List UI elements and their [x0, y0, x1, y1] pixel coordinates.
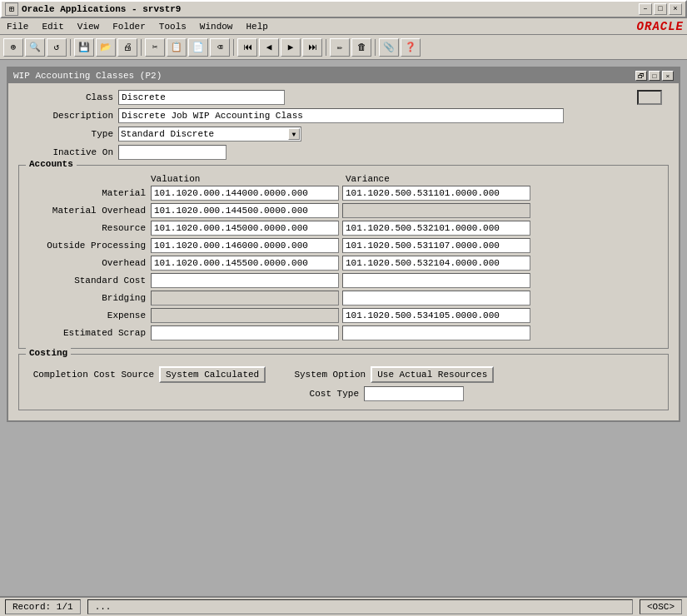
inner-title-bar: WIP Accounting Classes (P2) 🗗 □ × — [8, 68, 679, 83]
material-overhead-valuation-input[interactable] — [151, 203, 339, 218]
app-icon: ⊞ — [5, 2, 18, 16]
inner-close-btn[interactable]: × — [662, 71, 674, 81]
table-row: Expense — [26, 308, 661, 323]
menu-help[interactable]: Help — [242, 21, 271, 32]
cost-type-input[interactable] — [364, 386, 464, 401]
bridging-variance-input[interactable] — [342, 291, 530, 306]
table-row: Resource — [26, 221, 661, 236]
expense-variance-input[interactable] — [342, 308, 530, 323]
standard-cost-variance-input[interactable] — [342, 273, 530, 288]
inactive-checkbox[interactable] — [637, 90, 662, 105]
cost-type-row: Cost Type — [26, 386, 661, 401]
middle-status: ... — [87, 599, 633, 614]
resource-variance-input[interactable] — [342, 221, 530, 236]
inner-window-title: WIP Accounting Classes (P2) — [13, 71, 162, 81]
main-area: WIP Accounting Classes (P2) 🗗 □ × Class … — [0, 60, 687, 596]
valuation-header: Valuation — [151, 174, 342, 184]
outside-processing-variance-input[interactable] — [342, 238, 530, 253]
description-row: Description — [18, 108, 669, 123]
menu-edit[interactable]: Edit — [38, 21, 67, 32]
table-row: Bridging — [26, 291, 661, 306]
system-option-button[interactable]: Use Actual Resources — [371, 366, 494, 383]
overhead-valuation-input[interactable] — [151, 256, 339, 271]
standard-cost-valuation-input[interactable] — [151, 273, 339, 288]
material-variance-input[interactable] — [342, 186, 530, 201]
accounts-grid: Valuation Variance Material Material Ove… — [26, 174, 661, 340]
maximize-button[interactable]: □ — [654, 3, 667, 15]
class-row: Class — [18, 90, 669, 105]
menu-folder[interactable]: Folder — [109, 21, 149, 32]
bridging-valuation-input — [151, 291, 339, 306]
toolbar-sep-5 — [375, 39, 376, 56]
toolbar-btn-edit[interactable]: ✏ — [330, 38, 350, 57]
toolbar-btn-next[interactable]: ▶ — [281, 38, 301, 57]
accounts-section-title: Accounts — [26, 159, 77, 169]
toolbar-btn-cut[interactable]: ✂ — [145, 38, 165, 57]
toolbar-btn-new[interactable]: ⊕ — [3, 38, 23, 57]
toolbar-sep-1 — [70, 39, 71, 56]
toolbar-btn-first[interactable]: ⏮ — [237, 38, 257, 57]
inner-window: WIP Accounting Classes (P2) 🗗 □ × Class … — [7, 67, 680, 422]
toolbar-btn-paste[interactable]: 📄 — [188, 38, 208, 57]
inactive-on-input[interactable] — [118, 145, 227, 160]
completion-cost-source-label: Completion Cost Source — [26, 370, 159, 380]
toolbar-btn-help[interactable]: ❓ — [401, 38, 421, 57]
inner-restore-btn[interactable]: 🗗 — [635, 71, 647, 81]
toolbar-sep-2 — [141, 39, 142, 56]
menu-view[interactable]: View — [74, 21, 102, 32]
resource-label: Resource — [26, 223, 151, 233]
description-input[interactable] — [118, 108, 564, 123]
osc-status: <OSC> — [640, 599, 682, 614]
toolbar-btn-refresh[interactable]: ↺ — [47, 38, 67, 57]
type-label: Type — [18, 129, 118, 139]
oracle-logo: ORACLE — [637, 20, 684, 33]
toolbar-btn-save[interactable]: 💾 — [74, 38, 94, 57]
form-content: Class Description Type Standard Discrete… — [8, 83, 679, 420]
costing-row: Completion Cost Source System Calculated… — [26, 366, 661, 383]
menu-tools[interactable]: Tools — [156, 21, 190, 32]
type-select[interactable]: Standard Discrete — [118, 127, 301, 142]
menu-window[interactable]: Window — [197, 21, 236, 32]
inactive-on-label: Inactive On — [18, 147, 118, 157]
outside-processing-valuation-input[interactable] — [151, 238, 339, 253]
inactive-on-row: Inactive On — [18, 145, 669, 160]
close-button[interactable]: × — [669, 3, 682, 15]
toolbar-sep-4 — [326, 39, 326, 56]
costing-section-title: Costing — [26, 348, 71, 358]
toolbar-btn-copy[interactable]: 📋 — [167, 38, 187, 57]
toolbar-btn-prev[interactable]: ◀ — [259, 38, 279, 57]
minimize-button[interactable]: – — [639, 3, 652, 15]
resource-valuation-input[interactable] — [151, 221, 339, 236]
toolbar-btn-trash[interactable]: 🗑 — [351, 38, 371, 57]
material-valuation-input[interactable] — [151, 186, 339, 201]
bridging-label: Bridging — [26, 293, 151, 303]
toolbar-btn-find[interactable]: 🔍 — [25, 38, 45, 57]
menu-bar: File Edit View Folder Tools Window Help … — [0, 18, 687, 35]
overhead-variance-input[interactable] — [342, 256, 530, 271]
table-row: Standard Cost — [26, 273, 661, 288]
table-row: Overhead — [26, 256, 661, 271]
cost-type-label: Cost Type — [276, 389, 359, 399]
class-input[interactable] — [118, 90, 285, 105]
estimated-scrap-valuation-input[interactable] — [151, 325, 339, 340]
inner-maximize-btn[interactable]: □ — [649, 71, 660, 81]
title-bar: ⊞ Oracle Applications - srvstr9 – □ × — [0, 0, 687, 18]
material-label: Material — [26, 188, 151, 198]
overhead-label: Overhead — [26, 258, 151, 268]
table-row: Material — [26, 186, 661, 201]
expense-valuation-input — [151, 308, 339, 323]
toolbar-btn-delete[interactable]: ⌫ — [210, 38, 230, 57]
toolbar: ⊕ 🔍 ↺ 💾 📂 🖨 ✂ 📋 📄 ⌫ ⏮ ◀ ▶ ⏭ ✏ 🗑 📎 ❓ — [0, 35, 687, 60]
type-select-wrapper: Standard Discrete ▼ — [118, 127, 301, 142]
toolbar-btn-open[interactable]: 📂 — [96, 38, 116, 57]
window-title: Oracle Applications - srvstr9 — [22, 4, 181, 14]
toolbar-btn-last[interactable]: ⏭ — [302, 38, 322, 57]
completion-cost-source-button[interactable]: System Calculated — [159, 366, 266, 383]
status-bar: Record: 1/1 ... <OSC> — [0, 596, 687, 616]
toolbar-btn-print[interactable]: 🖨 — [117, 38, 137, 57]
toolbar-btn-attach[interactable]: 📎 — [379, 38, 399, 57]
accounts-header: Valuation Variance — [26, 174, 661, 184]
estimated-scrap-variance-input[interactable] — [342, 325, 530, 340]
table-row: Outside Processing — [26, 238, 661, 253]
menu-file[interactable]: File — [3, 21, 32, 32]
